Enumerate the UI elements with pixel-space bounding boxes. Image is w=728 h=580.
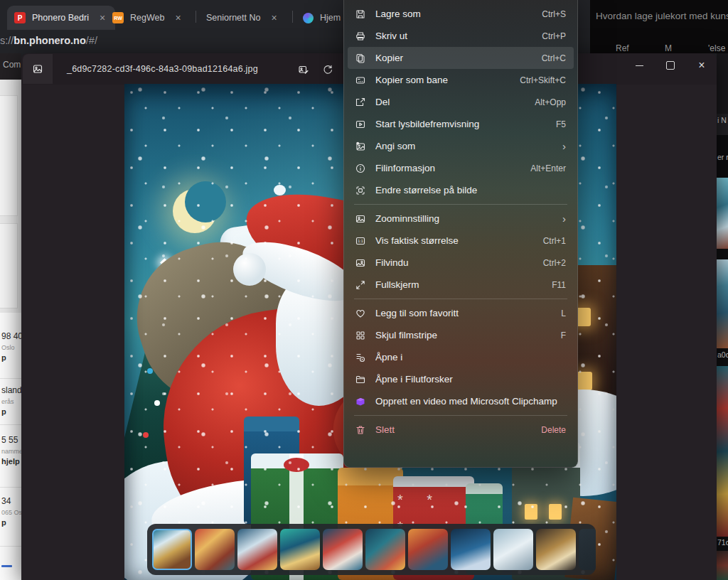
- tab-label: RegWeb: [130, 13, 164, 23]
- tab-regweb[interactable]: RW RegWeb ×: [105, 6, 208, 30]
- menu-item-label: Del: [375, 97, 526, 107]
- filmstrip-thumbnail[interactable]: [579, 529, 596, 570]
- list-text: 98 40: [1, 331, 21, 341]
- filmstrip-thumbnail[interactable]: [195, 529, 235, 570]
- filmstrip-thumbnail[interactable]: [451, 529, 491, 570]
- menu-item-shortcut: F: [561, 331, 566, 340]
- menu-item-shortcut: Ctrl+C: [542, 53, 566, 63]
- menu-item-endre-storrelse[interactable]: Endre størrelse på bilde: [348, 179, 574, 201]
- list-text: p: [1, 353, 6, 362]
- menu-item-skriv-ut[interactable]: Skriv ut Ctrl+P: [348, 25, 574, 47]
- chevron-right-icon: ›: [562, 213, 566, 224]
- menu-separator: [354, 299, 567, 299]
- list-divider: [0, 487, 21, 488]
- menu-item-del[interactable]: Del Alt+Opp: [348, 91, 574, 113]
- left-strip-panel: [0, 95, 18, 216]
- background-fragment: Ref: [616, 43, 629, 53]
- filmstrip-thumbnail[interactable]: [365, 529, 405, 570]
- menu-item-label: Start lysbildefremvisning: [375, 119, 547, 129]
- filmstrip-thumbnail[interactable]: [323, 529, 363, 570]
- list-text: sland -: [1, 385, 21, 395]
- right-strip-text: er r: [717, 153, 728, 161]
- menu-item-kopier-som-bane[interactable]: Kopier som bane Ctrl+Skift+C: [348, 69, 574, 91]
- tab-phonero[interactable]: P Phonero Bedri ×: [7, 6, 115, 30]
- image-icon: [32, 63, 43, 75]
- menu-item-shortcut: F11: [552, 280, 566, 290]
- screen: P Phonero Bedri × RW RegWeb × Seniornett…: [0, 0, 728, 580]
- rotate-icon: [322, 64, 333, 75]
- svg-text:1:1: 1:1: [358, 239, 363, 243]
- menu-item-label: Endre størrelse på bilde: [375, 185, 557, 195]
- tab-separator: [196, 11, 196, 23]
- heart-icon: [355, 308, 366, 319]
- right-strip-text: a0d: [717, 350, 728, 359]
- url-scheme: s://: [0, 35, 14, 46]
- menu-item-vis-faktisk-storrelse[interactable]: 1:1 Vis faktisk størrelse Ctrl+1: [348, 230, 574, 252]
- slideshow-icon: [355, 119, 366, 130]
- list-text: namme: [1, 448, 21, 455]
- zoom-setting-icon: [355, 213, 366, 225]
- menu-item-apne-i[interactable]: Åpne i: [348, 346, 574, 368]
- menu-item-label: Vis faktisk størrelse: [375, 235, 535, 246]
- left-strip-list: 98 40 Oslo p sland - erås p 5 55 namme h…: [0, 313, 21, 580]
- menu-item-shortcut: Alt+Opp: [535, 97, 566, 107]
- tab-close-icon[interactable]: ×: [271, 13, 277, 23]
- menu-item-slett[interactable]: Slett Delete: [348, 419, 574, 441]
- left-strip-header: Com: [0, 53, 21, 80]
- menu-item-zoominnstilling[interactable]: Zoominnstilling ›: [348, 208, 574, 230]
- tab-label: Seniornett No: [206, 13, 260, 23]
- list-text: 34: [1, 496, 11, 506]
- rotate-button[interactable]: [320, 62, 336, 77]
- menu-item-start-lysbildefremvisning[interactable]: Start lysbildefremvisning F5: [348, 113, 574, 135]
- close-button[interactable]: ×: [685, 53, 718, 77]
- right-strip-image: [717, 366, 728, 537]
- list-text: 5 55: [1, 435, 18, 445]
- photos-file-tab[interactable]: [23, 54, 53, 84]
- menu-item-kopier[interactable]: Kopier Ctrl+C: [348, 47, 574, 69]
- filmstrip-thumbnail[interactable]: [280, 529, 320, 570]
- menu-item-apne-i-filutforsker[interactable]: Åpne i Filutforsker: [348, 368, 574, 390]
- background-fragment: M: [665, 43, 672, 53]
- copy-as-path-icon: [355, 75, 366, 86]
- tab-close-icon[interactable]: ×: [175, 13, 181, 23]
- menu-item-filinformasjon[interactable]: Filinformasjon Alt+Enter: [348, 157, 574, 179]
- list-text: Oslo: [1, 344, 15, 351]
- edit-image-button[interactable]: [296, 62, 311, 77]
- maximize-button[interactable]: [654, 53, 687, 77]
- menu-item-shortcut: Ctrl+P: [542, 31, 566, 41]
- list-text: p: [1, 407, 6, 416]
- folder-icon: [355, 374, 366, 385]
- menu-item-filvindu[interactable]: Filvindu Ctrl+2: [348, 252, 574, 274]
- minimize-button[interactable]: [623, 53, 655, 77]
- menu-item-skjul-filmstripe[interactable]: Skjul filmstripe F: [348, 324, 574, 346]
- menu-item-lagre-som[interactable]: Lagre som Ctrl+S: [348, 3, 574, 25]
- menu-item-legg-til-som-favoritt[interactable]: Legg til som favoritt L: [348, 302, 574, 324]
- tab-seniornett[interactable]: Seniornett No ×: [199, 6, 304, 30]
- maximize-icon: [666, 61, 675, 70]
- menu-item-shortcut: F5: [556, 119, 566, 129]
- right-strip-block: [717, 53, 728, 114]
- list-text: p: [1, 518, 6, 527]
- menu-item-shortcut: L: [561, 308, 566, 318]
- tab-close-icon[interactable]: ×: [100, 13, 105, 23]
- left-strip-header-text: Com: [3, 60, 21, 70]
- menu-item-clipchamp[interactable]: Opprett en video med Microsoft Clipchamp: [348, 390, 574, 412]
- filmstrip-thumbnail[interactable]: [536, 529, 576, 570]
- menu-item-angi-som[interactable]: Angi som ›: [348, 135, 574, 157]
- print-icon: [355, 31, 366, 42]
- tab-separator: [292, 11, 293, 23]
- right-strip-image: [717, 178, 728, 249]
- background-headline: Hvordan lage julekort med kunstig int: [596, 11, 728, 21]
- set-as-icon: [355, 141, 366, 152]
- filmstrip-thumbnail-selected[interactable]: [152, 529, 192, 570]
- left-strip-panel: [0, 223, 18, 308]
- filmstrip-thumbnail[interactable]: [493, 529, 533, 570]
- menu-separator: [354, 204, 567, 205]
- filmstrip-thumbnail[interactable]: [237, 529, 277, 570]
- menu-item-label: Fullskjerm: [375, 279, 543, 290]
- tab-label: Phonero Bedri: [32, 13, 89, 23]
- filmstrip-thumbnail[interactable]: [408, 529, 448, 570]
- menu-item-fullskjerm[interactable]: Fullskjerm F11: [348, 274, 574, 296]
- background-page-header: Hvordan lage julekort med kunstig int Re…: [590, 0, 728, 53]
- link-fragment[interactable]: [1, 565, 12, 567]
